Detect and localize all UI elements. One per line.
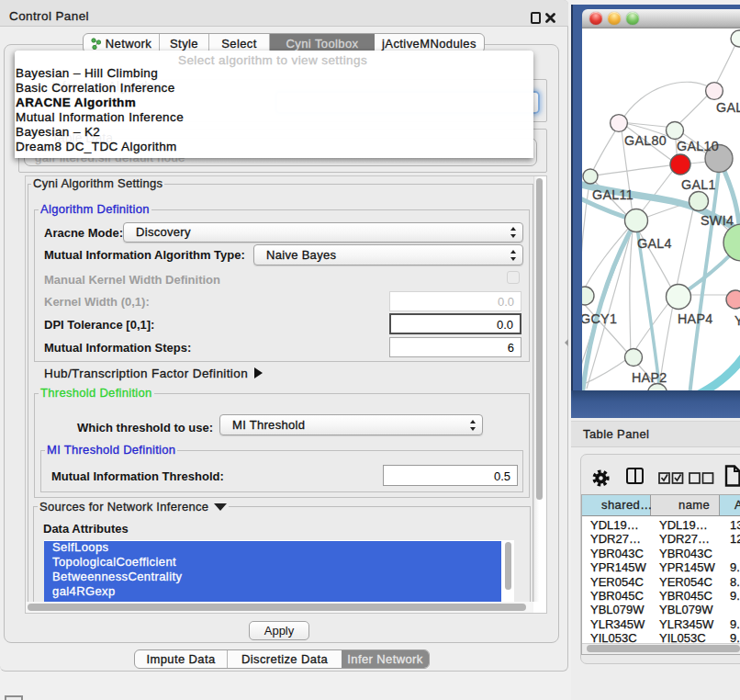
- svg-text:GAL10: GAL10: [677, 139, 719, 153]
- svg-text:HAP2: HAP2: [632, 370, 667, 385]
- svg-text:Y: Y: [734, 313, 740, 328]
- svg-text:GAL11: GAL11: [592, 187, 633, 202]
- svg-text:HAP4: HAP4: [678, 311, 713, 326]
- svg-text:GAL80: GAL80: [624, 133, 667, 148]
- svg-text:GCY1: GCY1: [582, 311, 617, 326]
- svg-text:GAL1: GAL1: [681, 177, 716, 192]
- svg-text:GAL: GAL: [716, 100, 740, 115]
- svg-text:GAL4: GAL4: [637, 236, 672, 251]
- svg-text:SWI4: SWI4: [701, 213, 734, 228]
